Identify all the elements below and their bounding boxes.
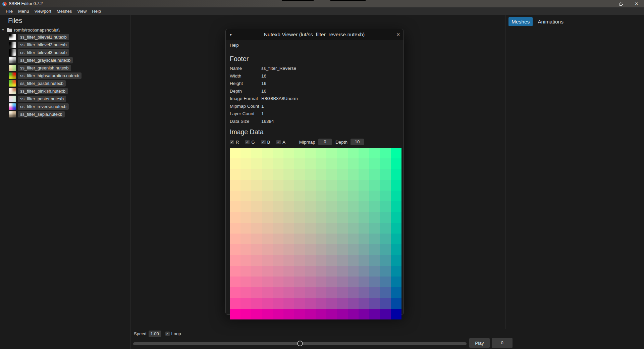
checkmark-icon: ✓ [245, 140, 250, 144]
thumb-quadrant [9, 84, 12, 87]
menubar-item-view[interactable]: View [74, 7, 89, 15]
channel-checkbox-a[interactable]: ✓A [276, 140, 285, 145]
texture-pixel [251, 201, 262, 212]
channel-controls-row: ✓R✓G✓B✓A Mipmap 0 Depth 10 [230, 139, 400, 146]
property-value: 1 [261, 111, 400, 116]
texture-pixel [348, 255, 359, 266]
texture-pixel [240, 309, 251, 319]
texture-pixel [391, 287, 401, 298]
menubar-item-help[interactable]: Help [89, 7, 104, 15]
file-item[interactable]: ss_filter_sepia.nutexb [0, 110, 127, 118]
menubar-item-menu[interactable]: Menu [15, 7, 32, 15]
file-thumbnail [9, 65, 16, 71]
texture-pixel [240, 255, 251, 266]
window-controls: ✕ [599, 0, 644, 7]
os-titlebar[interactable]: SSBH Editor 0.7.2 ✕ [0, 0, 644, 7]
dialog-help-menu[interactable]: Help [230, 43, 239, 48]
dialog-body: Footer Namess_filter_ReverseWidth16Heigh… [226, 51, 404, 319]
tree-collapse-icon[interactable]: ▼ [0, 29, 6, 32]
right-panel-divider [505, 15, 505, 329]
texture-pixel [391, 201, 401, 212]
texture-pixel [391, 158, 401, 169]
texture-pixel [251, 309, 262, 319]
mipmap-drag-value[interactable]: 0 [318, 139, 332, 145]
texture-pixel [391, 298, 401, 309]
texture-pixel [348, 223, 359, 234]
loop-checkbox[interactable]: ✓ Loop [165, 331, 181, 336]
file-item[interactable]: ss_filter_highsaturation.nutexb [0, 72, 127, 80]
thumb-quadrant [9, 99, 12, 102]
texture-pixel [305, 277, 316, 287]
texture-pixel [326, 201, 337, 212]
texture-pixel [348, 244, 359, 255]
restore-button[interactable] [614, 0, 629, 7]
file-item[interactable]: ss_filter_greenish.nutexb [0, 64, 127, 72]
texture-pixel [230, 244, 240, 255]
texture-pixel [262, 169, 273, 180]
file-item[interactable]: ss_filter_grayscale.nutexb [0, 56, 127, 64]
texture-pixel [273, 287, 283, 298]
file-tree-root[interactable]: ▼ romfs\root\snapshot\lut\ [0, 27, 127, 33]
channel-checkbox-r[interactable]: ✓R [230, 140, 239, 145]
texture-pixel [369, 244, 380, 255]
file-thumbnail [9, 88, 16, 94]
minimize-button[interactable] [599, 0, 614, 7]
texture-pixel [251, 287, 262, 298]
texture-pixel [380, 277, 391, 287]
dialog-close-button[interactable]: ✕ [393, 32, 404, 37]
dialog-titlebar[interactable]: ▼ Nutexb Viewer (lut/ss_filter_reverse.n… [226, 29, 404, 40]
thumb-quadrant [9, 49, 12, 53]
texture-pixel [391, 169, 401, 180]
texture-pixel [391, 180, 401, 191]
texture-pixel [305, 298, 316, 309]
texture-pixel [273, 169, 283, 180]
frame-drag-value[interactable]: 0 [492, 338, 513, 348]
texture-pixel [326, 223, 337, 234]
texture-pixel [369, 277, 380, 287]
texture-pixel [294, 298, 305, 309]
timeline-slider[interactable] [133, 342, 467, 345]
dialog-collapse-button[interactable]: ▼ [226, 33, 236, 37]
slider-handle[interactable] [297, 341, 303, 346]
texture-pixel [283, 255, 294, 266]
file-item[interactable]: ss_filter_reverse.nutexb [0, 103, 127, 110]
texture-pixel [326, 212, 337, 223]
texture-pixel [240, 191, 251, 201]
texture-pixel [251, 255, 262, 266]
files-panel-divider [130, 15, 130, 349]
thumb-quadrant [9, 80, 12, 84]
file-thumbnail [9, 34, 16, 40]
file-item[interactable]: ss_filter_bilevel2.nutexb [0, 41, 127, 49]
thumbnail-gradient [9, 96, 16, 102]
menubar-item-file[interactable]: File [3, 7, 15, 15]
file-item[interactable]: ss_filter_pinkish.nutexb [0, 87, 127, 95]
menubar-item-meshes[interactable]: Meshes [54, 7, 75, 15]
tab-meshes[interactable]: Meshes [508, 17, 533, 26]
texture-pixel [251, 223, 262, 234]
texture-pixel [348, 234, 359, 244]
right-panel-tabs: MeshesAnimations [508, 17, 567, 26]
close-button[interactable]: ✕ [629, 0, 644, 7]
thumb-quadrant [12, 80, 16, 84]
texture-pixel [273, 277, 283, 287]
channel-label: B [267, 140, 270, 145]
file-item[interactable]: ss_filter_bilevel3.nutexb [0, 49, 127, 56]
thumb-quadrant [12, 114, 16, 118]
texture-pixel [316, 287, 326, 298]
thumb-quadrant [9, 114, 12, 118]
depth-label: Depth [335, 140, 347, 145]
depth-drag-value[interactable]: 10 [351, 139, 364, 145]
texture-pixel [380, 244, 391, 255]
channel-checkbox-g[interactable]: ✓G [245, 140, 255, 145]
speed-drag-value[interactable]: 1.00 [149, 331, 161, 337]
play-button[interactable]: Play [469, 338, 490, 348]
thumbnail-gradient [9, 72, 16, 79]
texture-pixel [294, 287, 305, 298]
menubar-item-viewport[interactable]: Viewport [32, 7, 54, 15]
tab-animations[interactable]: Animations [535, 17, 567, 26]
file-item[interactable]: ss_filter_pastel.nutexb [0, 80, 127, 87]
file-item[interactable]: ss_filter_bilevel1.nutexb [0, 33, 127, 41]
channel-checkbox-b[interactable]: ✓B [261, 140, 270, 145]
texture-pixel [240, 223, 251, 234]
file-item[interactable]: ss_filter_poster.nutexb [0, 95, 127, 103]
